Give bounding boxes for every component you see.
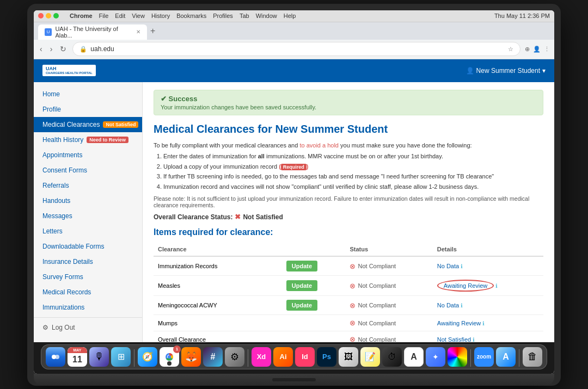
info-icon[interactable]: ℹ [495, 283, 498, 289]
menu-help[interactable]: Help [284, 13, 296, 19]
dock-indesign[interactable]: Id [295, 347, 315, 367]
menu-tab[interactable]: Tab [240, 13, 249, 19]
dock-launchpad[interactable]: ⊞ [111, 347, 131, 367]
dock-firefox[interactable]: 🦊 [181, 347, 201, 367]
dock-ai-tool[interactable]: ✦ [426, 347, 445, 367]
sidebar-label-appointments: Appointments [42, 151, 82, 159]
sidebar-item-home[interactable]: Home [34, 87, 142, 102]
dock-chrome[interactable]: 1 [160, 347, 179, 367]
detail-link[interactable]: Awaiting Review [437, 320, 481, 326]
info-icon[interactable]: ℹ [473, 337, 475, 342]
clearance-name: Mumps [154, 315, 282, 331]
ext-icon-1[interactable]: ⊕ [525, 46, 530, 53]
sidebar-item-medical-clearances[interactable]: Medical Clearances Not Satisfied [34, 117, 142, 132]
sidebar-item-consent-forms[interactable]: Consent Forms [34, 163, 142, 178]
detail-cell: Awaiting Review ℹ [433, 315, 543, 331]
ext-icon-3[interactable]: ⋮ [544, 46, 550, 53]
dock-container: MAY 11 🎙 ⊞ 🧭 1 [34, 342, 554, 374]
dock-slack[interactable]: # [203, 347, 223, 367]
update-button[interactable]: Update [286, 261, 317, 271]
refresh-button[interactable]: ↻ [58, 43, 68, 55]
sidebar-label-profile: Profile [42, 106, 61, 113]
status-x-icon: ⊗ [350, 262, 356, 270]
instruction-1: Enter the dates of immunization for all … [163, 152, 543, 161]
menu-edit[interactable]: Edit [115, 13, 125, 19]
dock-ai-illustrator[interactable]: Ai [273, 347, 293, 367]
dock-safari[interactable]: 🧭 [138, 347, 157, 367]
dock-siri[interactable]: 🎙 [89, 347, 109, 367]
sidebar-item-referrals[interactable]: Referrals [34, 178, 142, 193]
trackpad-notch [272, 378, 316, 381]
sidebar-item-health-history[interactable]: Health History Need to Review [34, 132, 142, 147]
forward-button[interactable]: › [48, 43, 54, 55]
sidebar-item-survey-forms[interactable]: Survey Forms [34, 269, 142, 285]
sidebar-item-letters[interactable]: Letters [34, 224, 142, 239]
dock-photoshop[interactable]: Ps [317, 347, 336, 367]
sidebar-label-health-history: Health History [42, 136, 83, 144]
dock-zoom[interactable]: zoom [474, 347, 494, 367]
awaiting-review-highlight: Awaiting Review [437, 280, 494, 292]
success-banner: ✔ Success Your immunization changes have… [154, 90, 543, 115]
maximize-button[interactable] [53, 13, 59, 18]
browser-tab[interactable]: U UAH - The University of Alab... ✕ [38, 24, 147, 40]
dock-dashboard[interactable]: ⏱ [382, 347, 402, 367]
system-time: Thu May 11 2:36 PM [494, 13, 550, 19]
menu-window[interactable]: Window [256, 13, 277, 19]
detail-link[interactable]: No Data [437, 302, 459, 308]
success-message: Your immunization changes have been save… [161, 104, 536, 110]
dock-settings[interactable]: ⚙ [225, 347, 244, 367]
info-icon[interactable]: ℹ [461, 302, 463, 308]
logo-text: UAH CHARGERS HEALTH PORTAL [46, 66, 93, 75]
sidebar-logout[interactable]: ⚙ Log Out [34, 320, 142, 335]
detail-link[interactable]: Not Satisfied [437, 336, 471, 342]
dock-finder[interactable] [46, 347, 65, 367]
user-menu[interactable]: 👤 New Summer Student ▾ [466, 67, 546, 75]
sidebar-item-profile[interactable]: Profile [34, 102, 142, 117]
dock-trash[interactable]: 🗑 [523, 347, 542, 367]
minimize-button[interactable] [46, 13, 51, 18]
menu-bar-items: Chrome File Edit View History Bookmarks … [70, 13, 296, 19]
sidebar-item-downloadable-forms[interactable]: Downloadable Forms [34, 239, 142, 254]
status-x-icon: ⊗ [350, 319, 356, 327]
sidebar-item-handouts[interactable]: Handouts [34, 193, 142, 208]
dock-fontbook[interactable]: A [404, 347, 424, 367]
info-icon[interactable]: ℹ [461, 263, 463, 269]
dock-appstore[interactable]: A [496, 347, 516, 367]
url-bar[interactable]: 🔒 uah.edu ☆ [72, 42, 520, 56]
note-text: Please note: It is not sufficient to jus… [154, 195, 543, 208]
update-button[interactable]: Update [286, 300, 317, 311]
ext-icon-2[interactable]: 👤 [533, 46, 541, 53]
dock-notes[interactable]: 📝 [360, 347, 380, 367]
new-tab-button[interactable]: + [150, 26, 155, 36]
info-icon[interactable]: ℹ [482, 320, 485, 326]
dock-calendar[interactable]: MAY 11 [68, 347, 87, 367]
update-button[interactable]: Update [286, 280, 317, 291]
menu-view[interactable]: View [132, 13, 145, 19]
sidebar-label-insurance-details: Insurance Details [42, 258, 93, 265]
dock-colorful[interactable] [448, 347, 467, 367]
menu-bar-right: Thu May 11 2:36 PM [494, 13, 550, 19]
dock-separator-3 [470, 349, 471, 367]
star-icon[interactable]: ☆ [508, 46, 513, 53]
menu-profiles[interactable]: Profiles [213, 13, 233, 19]
col-action [282, 243, 346, 256]
sidebar-item-appointments[interactable]: Appointments [34, 147, 142, 163]
menu-history[interactable]: History [151, 13, 170, 19]
detail-link[interactable]: No Data [437, 263, 459, 269]
dock-preview[interactable]: 🖼 [339, 347, 358, 367]
menu-file[interactable]: File [99, 13, 109, 19]
sidebar-item-insurance-details[interactable]: Insurance Details [34, 254, 142, 269]
tab-close-button[interactable]: ✕ [136, 29, 140, 35]
sidebar-item-medical-records[interactable]: Medical Records [34, 285, 142, 300]
menu-chrome[interactable]: Chrome [70, 13, 93, 19]
back-button[interactable]: ‹ [38, 43, 44, 55]
sidebar-label-letters: Letters [42, 227, 63, 235]
overall-status-value: Not Satisfied [243, 213, 283, 221]
sidebar-item-messages[interactable]: Messages [34, 208, 142, 224]
sidebar-item-immunizations[interactable]: Immunizations [34, 300, 142, 315]
status-cell: ⊗ Not Compliant [345, 276, 432, 296]
close-button[interactable] [38, 13, 44, 18]
awaiting-review-oval[interactable]: Awaiting Review [437, 280, 494, 292]
dock-xd[interactable]: Xd [252, 347, 271, 367]
menu-bookmarks[interactable]: Bookmarks [176, 13, 206, 19]
